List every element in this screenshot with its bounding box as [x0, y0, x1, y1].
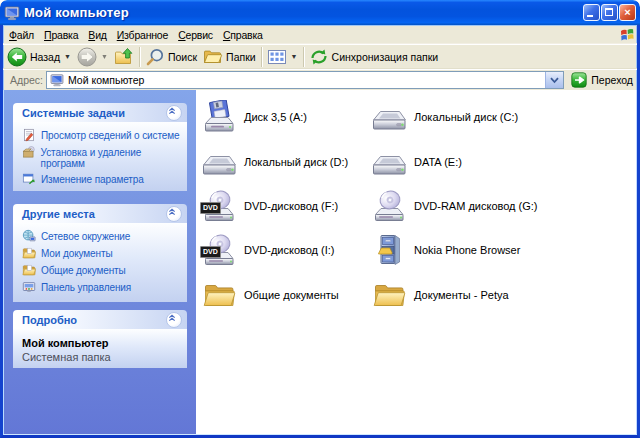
drive-label: Локальный диск (D:)	[244, 156, 348, 168]
folder-icon	[202, 278, 236, 312]
add-remove-programs-icon	[22, 145, 36, 159]
drive-item[interactable]: Локальный диск (D:)	[202, 139, 372, 183]
menu-справка[interactable]: Справка	[218, 26, 268, 43]
task-link[interactable]: Панель управления	[22, 280, 184, 294]
shared-documents-icon	[22, 263, 36, 277]
dvd-ram-drive-icon	[372, 189, 406, 223]
drive-item[interactable]: DATA (E:)	[372, 139, 542, 183]
drive-item[interactable]: Nokia Phone Browser	[372, 228, 542, 272]
maximize-button[interactable]	[601, 4, 618, 21]
drive-item[interactable]: Документы - Petya	[372, 273, 542, 317]
menu-избранное[interactable]: Избранное	[112, 26, 173, 43]
task-link[interactable]: Сетевое окружение	[22, 229, 184, 243]
search-icon	[145, 47, 165, 67]
dvd-badge: DVD	[200, 202, 221, 214]
task-link[interactable]: Установка и удаление программ	[22, 145, 184, 169]
menu-файл[interactable]: Файл	[4, 26, 39, 43]
change-setting-icon	[22, 172, 36, 186]
drive-item[interactable]: Общие документы	[202, 273, 372, 317]
sync-folder-button[interactable]: Синхронизация папки	[306, 45, 442, 68]
my-documents-icon	[22, 246, 36, 260]
toolbar-separator	[139, 47, 140, 67]
toolbar-separator	[261, 47, 262, 67]
hard-drive-icon	[372, 145, 406, 179]
collapse-chevron-icon[interactable]	[166, 206, 182, 222]
menu-bar: ФайлПравкаВидИзбранноеСервисСправка	[3, 25, 637, 44]
up-button[interactable]	[111, 45, 137, 68]
drive-label: DVD-дисковод (F:)	[244, 200, 338, 212]
drive-label: Локальный диск (C:)	[414, 111, 518, 123]
task-link[interactable]: Мои документы	[22, 246, 184, 260]
drive-item[interactable]: DVDDVD-дисковод (I:)	[202, 228, 372, 272]
details-type: Системная папка	[22, 351, 184, 363]
address-value: Мой компьютер	[68, 74, 144, 86]
drive-item[interactable]: DVDDVD-дисковод (F:)	[202, 184, 372, 228]
floppy-drive-icon	[202, 100, 236, 134]
system-info-icon	[22, 128, 36, 142]
task-pane: Системные задачи Просмотр сведений о сис…	[4, 90, 196, 434]
my-computer-icon	[50, 73, 64, 87]
folders-button[interactable]: Папки	[200, 45, 259, 68]
back-button[interactable]: Назад▼	[4, 45, 74, 68]
search-button[interactable]: Поиск	[142, 45, 200, 68]
forward-icon	[77, 47, 97, 67]
drive-item[interactable]: Локальный диск (C:)	[372, 95, 542, 139]
menu-вид[interactable]: Вид	[83, 26, 111, 43]
drive-label: DVD-дисковод (I:)	[244, 244, 335, 256]
my-computer-icon	[4, 5, 20, 21]
drive-label: Nokia Phone Browser	[414, 244, 520, 256]
title-bar: Мой компьютер ×	[0, 0, 640, 25]
panel-system-tasks: Системные задачи Просмотр сведений о сис…	[13, 103, 187, 191]
window-frame: ФайлПравкаВидИзбранноеСервисСправка Наза…	[0, 25, 640, 438]
task-link[interactable]: Изменение параметра	[22, 172, 184, 186]
address-field[interactable]: Мой компьютер	[46, 71, 564, 89]
drive-label: Общие документы	[244, 289, 339, 301]
go-icon	[571, 72, 587, 88]
folder-view: Диск 3,5 (A:)Локальный диск (C:)Локальны…	[196, 90, 637, 434]
details-name: Мой компьютер	[22, 337, 184, 349]
menu-сервис[interactable]: Сервис	[173, 26, 218, 43]
forward-button[interactable]: ▼	[74, 45, 111, 68]
close-button[interactable]: ×	[619, 4, 636, 21]
panel-details-header[interactable]: Подробно	[13, 310, 187, 329]
drive-item[interactable]: Диск 3,5 (A:)	[202, 95, 372, 139]
toolbar: Назад▼ ▼ Поиск Папки ▼	[3, 44, 637, 69]
window: Мой компьютер × ФайлПравкаВидИзбранноеСе…	[0, 0, 640, 438]
panel-details: Подробно Мой компьютер Системная папка	[13, 310, 187, 368]
views-icon	[267, 47, 287, 67]
toolbar-separator	[303, 47, 304, 67]
address-label: Адрес:	[10, 74, 43, 86]
hard-drive-icon	[202, 145, 236, 179]
up-icon	[114, 47, 134, 67]
collapse-chevron-icon[interactable]	[166, 105, 182, 121]
drive-label: DATA (E:)	[414, 156, 462, 168]
drive-label: DVD-RAM дисковод (G:)	[414, 200, 538, 212]
address-dropdown-button[interactable]	[545, 72, 563, 88]
drive-label: Документы - Petya	[414, 289, 509, 301]
folders-icon	[203, 47, 223, 67]
collapse-chevron-icon[interactable]	[166, 312, 182, 328]
control-panel-icon	[22, 280, 36, 294]
panel-system-tasks-header[interactable]: Системные задачи	[13, 103, 187, 122]
task-link[interactable]: Общие документы	[22, 263, 184, 277]
nokia-phone-browser-icon	[372, 233, 406, 267]
minimize-button[interactable]	[583, 4, 600, 21]
task-link[interactable]: Просмотр сведений о системе	[22, 128, 184, 142]
panel-other-places: Другие места Сетевое окружениеМои докуме…	[13, 204, 187, 302]
panel-other-places-header[interactable]: Другие места	[13, 204, 187, 223]
dvd-badge: DVD	[200, 246, 221, 258]
folder-icon	[372, 278, 406, 312]
network-icon	[22, 229, 36, 243]
drive-item[interactable]: DVD-RAM дисковод (G:)	[372, 184, 542, 228]
back-icon	[7, 47, 27, 67]
menu-правка[interactable]: Правка	[39, 26, 83, 43]
hard-drive-icon	[372, 100, 406, 134]
address-bar: Адрес: Мой компьютер Переход	[3, 69, 637, 90]
windows-logo-icon	[618, 26, 636, 43]
drive-label: Диск 3,5 (A:)	[244, 111, 307, 123]
sync-icon	[309, 47, 329, 67]
go-button[interactable]: Переход	[571, 72, 633, 88]
views-button[interactable]: ▼	[264, 45, 301, 68]
window-title: Мой компьютер	[24, 5, 129, 20]
